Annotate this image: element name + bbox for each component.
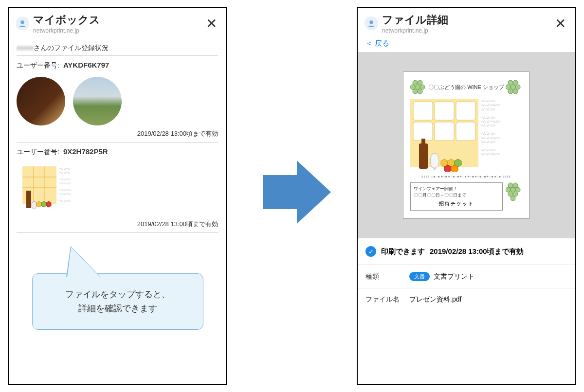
preview-area: 〇〇ぶどう園の WINE ショップ ○△○△○△○○△○△○○△△○○△○△○△… <box>358 52 575 238</box>
svg-point-43 <box>430 153 439 169</box>
wine-illustration <box>410 99 478 172</box>
svg-marker-18 <box>263 160 331 224</box>
svg-point-25 <box>413 89 418 94</box>
svg-point-29 <box>506 85 511 89</box>
file-thumbnail[interactable] <box>73 77 122 125</box>
svg-point-22 <box>410 85 415 89</box>
svg-rect-6 <box>26 191 31 208</box>
valid-until: 2019/02/28 13:00頃まで有効 <box>17 127 218 143</box>
svg-point-56 <box>513 192 518 196</box>
file-thumbnail-doc[interactable]: ○△○△○△○○△○△○△○○△○△○△○○△○△○△○○△○△○△○○△○△○… <box>22 162 81 216</box>
svg-point-50 <box>508 183 513 188</box>
app-icon <box>16 17 29 30</box>
svg-text:○△○△○△○: ○△○△○△○ <box>59 199 71 202</box>
svg-point-27 <box>508 80 513 85</box>
close-icon[interactable]: ✕ <box>553 16 568 32</box>
svg-point-55 <box>508 192 513 196</box>
file-thumbnail[interactable] <box>17 77 65 125</box>
svg-point-57 <box>511 196 515 201</box>
ticket-box: ワインフェアー開催！ 〇〇月〇〇日～〇〇日まで 招待チケット <box>410 182 503 211</box>
page-title: マイボックス <box>33 13 204 27</box>
svg-point-52 <box>506 187 511 192</box>
filename-row: ファイル名 プレゼン資料.pdf <box>358 288 575 311</box>
back-link[interactable]: ＜ 戻る <box>358 39 575 52</box>
svg-text:○△○△○△○: ○△○△○△○ <box>59 192 71 195</box>
svg-point-30 <box>511 85 515 89</box>
svg-point-0 <box>20 20 24 24</box>
type-row: 種類 文書 文書プリント <box>358 265 575 288</box>
svg-point-20 <box>413 80 418 85</box>
svg-point-53 <box>511 187 515 192</box>
svg-rect-38 <box>413 122 433 141</box>
type-badge: 文書 <box>409 272 430 281</box>
check-icon: ✓ <box>365 246 376 257</box>
svg-point-31 <box>515 85 520 89</box>
grapes-icon <box>506 182 522 204</box>
status-row: ✓ 印刷できます 2019/02/28 13:00頃まで有効 <box>358 238 575 265</box>
svg-point-21 <box>418 80 422 85</box>
section-header: xxxxxさんのファイル登録状況 <box>17 44 218 56</box>
svg-text:○△○△○△○: ○△○△○△○ <box>59 171 71 174</box>
svg-rect-37 <box>456 102 475 120</box>
svg-text:○△○△○△○: ○△○△○△○ <box>59 188 71 191</box>
svg-point-7 <box>32 201 36 209</box>
page-subtitle: networkprint.ne.jp <box>382 27 553 34</box>
svg-point-19 <box>369 20 373 24</box>
svg-rect-44 <box>433 167 436 170</box>
svg-rect-41 <box>419 143 428 169</box>
app-icon <box>365 17 378 30</box>
svg-rect-35 <box>413 102 433 120</box>
svg-text:○△○△○△○: ○△○△○△○ <box>59 167 71 170</box>
grapes-icon <box>410 80 427 94</box>
svg-text:○△○△○△○: ○△○△○△○ <box>59 181 71 184</box>
svg-marker-10 <box>46 201 51 207</box>
grapes-icon <box>506 80 522 94</box>
svg-point-23 <box>415 85 420 89</box>
doc-text: ○△○△○△○○△○△○○△△○○△○△○△○○△○△○△○○△○△○○△△○○… <box>481 99 500 172</box>
page-subtitle: networkprint.ne.jp <box>33 27 204 34</box>
svg-rect-40 <box>456 122 475 141</box>
document-preview[interactable]: 〇〇ぶどう園の WINE ショップ ○△○△○△○○△○△○○△△○○△○△○△… <box>403 71 529 219</box>
svg-rect-39 <box>435 122 454 141</box>
svg-point-54 <box>515 187 520 192</box>
close-icon[interactable]: ✕ <box>204 16 219 32</box>
svg-rect-42 <box>421 139 425 145</box>
svg-point-32 <box>508 89 513 94</box>
phone-filedetail: ファイル詳細 networkprint.ne.jp ✕ ＜ 戻る 〇〇ぶどう園の… <box>357 7 576 385</box>
doc-title: 〇〇ぶどう園の WINE ショップ <box>428 84 504 91</box>
user-number-1: ユーザー番号:AYKDF6K797 <box>17 61 218 70</box>
svg-rect-36 <box>435 102 454 120</box>
svg-marker-8 <box>36 201 41 207</box>
svg-text:○△○△○△○: ○△○△○△○ <box>59 178 71 180</box>
svg-point-24 <box>420 85 425 89</box>
svg-point-26 <box>418 89 422 94</box>
valid-until: 2019/02/28 13:00頃まで有効 <box>17 218 218 233</box>
phone-mybox: マイボックス networkprint.ne.jp ✕ xxxxxさんのファイル… <box>8 7 227 385</box>
callout-tooltip: ファイルをタップすると、詳細を確認できます <box>32 273 203 330</box>
svg-marker-9 <box>41 201 46 207</box>
arrow-icon <box>263 160 331 226</box>
svg-point-28 <box>513 80 518 85</box>
user-number-2: ユーザー番号:9X2H782P5R <box>17 147 218 157</box>
page-title: ファイル詳細 <box>382 13 553 27</box>
svg-point-33 <box>513 89 518 94</box>
svg-point-51 <box>513 183 518 188</box>
